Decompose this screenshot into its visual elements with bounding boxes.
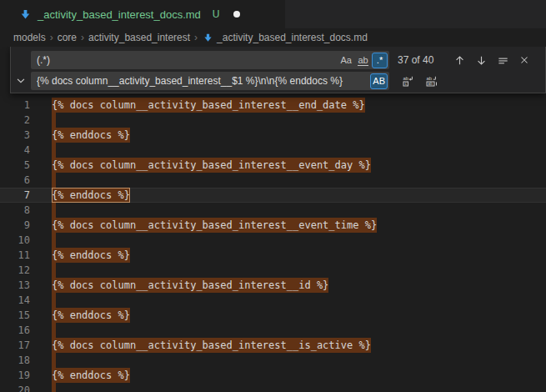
find-match-empty bbox=[52, 143, 56, 158]
find-match-empty bbox=[52, 173, 56, 188]
find-match-empty bbox=[52, 293, 56, 308]
regex-toggle[interactable]: .* bbox=[372, 53, 388, 68]
whole-word-toggle[interactable]: ab bbox=[355, 53, 371, 68]
line-number[interactable]: 10 bbox=[0, 233, 30, 248]
next-match-button[interactable] bbox=[472, 51, 490, 69]
code-line[interactable]: 13{% docs column__activity_based_interes… bbox=[0, 278, 546, 293]
line-number[interactable]: 12 bbox=[0, 263, 30, 278]
line-number[interactable]: 7 bbox=[0, 188, 30, 203]
line-text[interactable] bbox=[52, 113, 56, 128]
line-number[interactable]: 8 bbox=[0, 203, 30, 218]
code-line[interactable]: 4 bbox=[0, 143, 546, 158]
toggle-replace-button[interactable] bbox=[11, 47, 31, 93]
code-line[interactable]: 14 bbox=[0, 293, 546, 308]
markdown-file-icon bbox=[18, 8, 32, 21]
code-line[interactable]: 17{% docs column__activity_based_interes… bbox=[0, 338, 546, 353]
line-number[interactable]: 11 bbox=[0, 248, 30, 263]
code-line[interactable]: 15{% enddocs %} bbox=[0, 308, 546, 323]
chevron-right-icon: › bbox=[50, 32, 53, 43]
line-number[interactable]: 20 bbox=[0, 383, 30, 392]
line-text[interactable] bbox=[52, 323, 56, 338]
replace-all-button[interactable]: ab ab bbox=[423, 72, 441, 90]
previous-match-button[interactable] bbox=[450, 51, 468, 69]
unsaved-changes-indicator[interactable] bbox=[233, 11, 240, 18]
code-line[interactable]: 7{% enddocs %} bbox=[0, 188, 546, 203]
line-number[interactable]: 2 bbox=[0, 113, 30, 128]
find-match-empty bbox=[52, 353, 56, 368]
line-text[interactable]: {% enddocs %} bbox=[52, 308, 130, 323]
breadcrumb-file[interactable]: _activity_based_interest_docs.md bbox=[217, 32, 368, 43]
line-text[interactable] bbox=[52, 383, 56, 392]
line-number[interactable]: 17 bbox=[0, 338, 30, 353]
line-text[interactable]: {% enddocs %} bbox=[52, 248, 130, 263]
code-line[interactable]: 11{% enddocs %} bbox=[0, 248, 546, 263]
svg-text:ab: ab bbox=[427, 76, 433, 81]
code-line[interactable]: 2 bbox=[0, 113, 546, 128]
line-number[interactable]: 16 bbox=[0, 323, 30, 338]
find-in-selection-button[interactable] bbox=[493, 51, 512, 69]
line-text[interactable] bbox=[52, 293, 56, 308]
replace-value: {% docs column__activity_based_interest_… bbox=[37, 75, 369, 87]
find-row: (.*) Aa ab .* 37 of 40 bbox=[31, 51, 538, 69]
breadcrumb-item[interactable]: activity_based_interest bbox=[88, 32, 190, 43]
line-text[interactable]: {% enddocs %} bbox=[52, 188, 130, 203]
line-number[interactable]: 19 bbox=[0, 368, 30, 383]
code-line[interactable]: 3{% enddocs %} bbox=[0, 128, 546, 143]
line-number[interactable]: 4 bbox=[0, 143, 30, 158]
line-text[interactable] bbox=[52, 353, 56, 368]
code-line[interactable]: 1{% docs column__activity_based_interest… bbox=[0, 98, 546, 113]
line-number[interactable]: 18 bbox=[0, 353, 30, 368]
line-text[interactable]: {% docs column__activity_based_interest_… bbox=[52, 158, 371, 173]
search-input[interactable]: (.*) Aa ab .* bbox=[31, 51, 389, 69]
find-match: {% enddocs %} bbox=[52, 368, 130, 383]
line-text[interactable]: {% enddocs %} bbox=[52, 368, 130, 383]
code-line[interactable]: 8 bbox=[0, 203, 546, 218]
find-match: {% docs column__activity_based_interest_… bbox=[52, 278, 328, 293]
find-match: {% enddocs %} bbox=[52, 188, 130, 203]
line-number[interactable]: 3 bbox=[0, 128, 30, 143]
tab-filename: _activity_based_interest_docs.md bbox=[38, 8, 201, 21]
markdown-file-icon bbox=[202, 32, 213, 43]
line-text[interactable]: {% docs column__activity_based_interest_… bbox=[52, 98, 365, 113]
line-text[interactable] bbox=[52, 143, 56, 158]
line-number[interactable]: 14 bbox=[0, 293, 30, 308]
vscode-window: _activity_based_interest_docs.md U model… bbox=[0, 0, 546, 392]
editor-pane: (.*) Aa ab .* 37 of 40 bbox=[0, 47, 546, 392]
line-number[interactable]: 6 bbox=[0, 173, 30, 188]
line-text[interactable]: {% docs column__activity_based_interest_… bbox=[52, 218, 377, 233]
replace-input[interactable]: {% docs column__activity_based_interest_… bbox=[31, 72, 389, 90]
code-line[interactable]: 6 bbox=[0, 173, 546, 188]
replace-row: {% docs column__activity_based_interest_… bbox=[31, 72, 538, 90]
line-number[interactable]: 15 bbox=[0, 308, 30, 323]
code-line[interactable]: 16 bbox=[0, 323, 546, 338]
match-count: 37 of 40 bbox=[398, 54, 433, 66]
close-icon[interactable] bbox=[515, 51, 533, 69]
code-line[interactable]: 20 bbox=[0, 383, 546, 392]
line-text[interactable]: {% enddocs %} bbox=[52, 128, 130, 143]
code-line[interactable]: 19{% enddocs %} bbox=[0, 368, 546, 383]
code-line[interactable]: 10 bbox=[0, 233, 546, 248]
line-text[interactable]: {% docs column__activity_based_interest_… bbox=[52, 278, 328, 293]
code-line[interactable]: 12 bbox=[0, 263, 546, 278]
line-number[interactable]: 9 bbox=[0, 218, 30, 233]
code-line[interactable]: 5{% docs column__activity_based_interest… bbox=[0, 158, 546, 173]
line-number[interactable]: 5 bbox=[0, 158, 30, 173]
line-text[interactable] bbox=[52, 233, 56, 248]
match-case-toggle[interactable]: Aa bbox=[338, 53, 354, 68]
line-text[interactable] bbox=[52, 263, 56, 278]
code-line[interactable]: 18 bbox=[0, 353, 546, 368]
line-text[interactable] bbox=[52, 173, 56, 188]
line-text[interactable] bbox=[52, 203, 56, 218]
tab-activity-based-interest-docs[interactable]: _activity_based_interest_docs.md U bbox=[0, 0, 285, 28]
chevron-right-icon: › bbox=[194, 32, 198, 43]
line-text[interactable]: {% docs column__activity_based_interest_… bbox=[52, 338, 371, 353]
replace-button[interactable]: ab c bbox=[399, 72, 418, 90]
line-number[interactable]: 1 bbox=[0, 98, 30, 113]
code-lines[interactable]: 1{% docs column__activity_based_interest… bbox=[0, 47, 546, 392]
line-number[interactable]: 13 bbox=[0, 278, 30, 293]
breadcrumb-item[interactable]: core bbox=[58, 32, 77, 43]
find-match: {% docs column__activity_based_interest_… bbox=[52, 218, 377, 233]
breadcrumb-item[interactable]: models bbox=[13, 32, 46, 43]
code-line[interactable]: 9{% docs column__activity_based_interest… bbox=[0, 218, 546, 233]
preserve-case-toggle[interactable]: AB bbox=[370, 73, 388, 89]
